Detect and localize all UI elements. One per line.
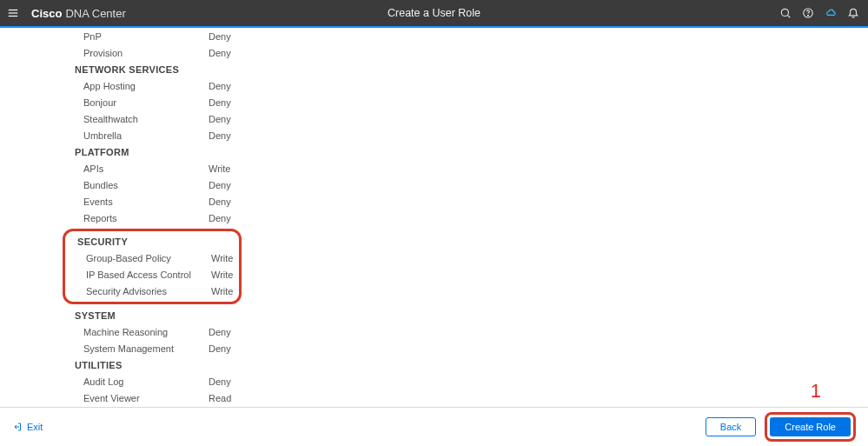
permission-row: System ManagementDeny	[0, 340, 868, 356]
cloud-icon[interactable]	[825, 7, 837, 19]
brand: Cisco DNA Center	[31, 7, 126, 20]
create-label: Create Role	[785, 422, 836, 432]
create-button-highlight: Create Role	[765, 412, 856, 442]
permission-value: Deny	[209, 114, 261, 124]
permission-row: EventsDeny	[0, 193, 868, 210]
permission-label: Bundles	[0, 180, 209, 190]
permission-row: Event ViewerRead	[0, 389, 868, 406]
brand-strong: Cisco	[31, 7, 62, 20]
permission-row: Machine ReasoningDeny	[0, 323, 868, 340]
permission-value: Write	[209, 163, 261, 174]
permission-label: Bonjour	[0, 97, 209, 108]
permission-row: BonjourDeny	[0, 94, 868, 110]
permission-row: BundlesDeny	[0, 176, 868, 193]
top-bar: Cisco DNA Center Create a User Role	[0, 0, 868, 26]
section-header: SECURITY	[65, 233, 239, 250]
section-header: UTILITIES	[0, 356, 868, 373]
permission-row: Group-Based PolicyWrite	[65, 250, 239, 266]
section-header: PLATFORM	[0, 143, 868, 160]
permission-value: Write	[211, 270, 237, 280]
permission-value: Deny	[209, 81, 261, 91]
svg-line-4	[787, 15, 790, 17]
hamburger-menu-icon[interactable]	[0, 7, 26, 19]
permission-label: Group-Based Policy	[65, 253, 211, 263]
permission-value: Deny	[209, 48, 261, 58]
bell-icon[interactable]	[847, 7, 859, 19]
permission-label: PnP	[0, 31, 209, 42]
permission-value: Deny	[209, 327, 261, 337]
security-highlight-box: SECURITYGroup-Based PolicyWriteIP Based …	[63, 229, 242, 304]
permission-row: StealthwatchDeny	[0, 110, 868, 127]
permission-label: Umbrella	[0, 130, 209, 141]
permission-value: Deny	[209, 180, 261, 190]
topbar-icons	[779, 7, 859, 19]
permission-row: Security AdvisoriesWrite	[65, 283, 239, 299]
permission-value: Write	[211, 286, 237, 296]
permission-label: Security Advisories	[65, 286, 211, 296]
annotation-number: 1	[811, 380, 821, 403]
permissions-list: PnPDenyProvisionDenyNETWORK SERVICESApp …	[0, 28, 868, 407]
create-role-button[interactable]: Create Role	[770, 417, 851, 436]
permission-label: Stealthwatch	[0, 114, 209, 124]
exit-label: Exit	[27, 422, 43, 432]
permission-label: Machine Reasoning	[0, 327, 209, 337]
permission-row: PnPDeny	[0, 28, 868, 44]
permission-label: APIs	[0, 163, 209, 174]
permission-value: Write	[211, 253, 237, 263]
section-header: NETWORK SERVICES	[0, 61, 868, 77]
permission-label: App Hosting	[0, 81, 209, 91]
permission-value: Deny	[209, 213, 261, 223]
permission-value: Deny	[209, 343, 261, 354]
permission-row: App HostingDeny	[0, 77, 868, 94]
permission-value: Deny	[209, 31, 261, 42]
permission-label: Provision	[0, 48, 209, 58]
permission-value: Read	[209, 393, 261, 403]
permission-row: Audit LogDeny	[0, 373, 868, 389]
exit-link[interactable]: Exit	[12, 422, 43, 432]
permission-value: Deny	[209, 97, 261, 108]
search-icon[interactable]	[779, 7, 792, 19]
section-header: SYSTEM	[0, 307, 868, 323]
permission-label: Audit Log	[0, 376, 209, 387]
permission-row: ReportsDeny	[0, 210, 868, 226]
permission-row: ProvisionDeny	[0, 44, 868, 61]
permission-label: System Management	[0, 343, 209, 354]
permission-value: Deny	[209, 196, 261, 207]
content-area: PnPDenyProvisionDenyNETWORK SERVICESApp …	[0, 28, 868, 407]
page-title: Create a User Role	[388, 7, 480, 19]
permission-label: IP Based Access Control	[65, 270, 211, 280]
back-button[interactable]: Back	[706, 417, 756, 436]
svg-point-3	[781, 9, 788, 16]
permission-value: Deny	[209, 376, 261, 387]
permission-label: Event Viewer	[0, 393, 209, 403]
permission-value: Deny	[209, 130, 261, 141]
permission-row: APIsWrite	[0, 160, 868, 176]
help-icon[interactable]	[802, 7, 814, 19]
brand-light: DNA Center	[65, 7, 125, 20]
permission-row: IP Based Access ControlWrite	[65, 266, 239, 283]
back-label: Back	[720, 422, 741, 432]
permission-label: Reports	[0, 213, 209, 223]
svg-point-6	[808, 15, 809, 16]
permission-row: UmbrellaDeny	[0, 127, 868, 143]
footer-bar: Exit Back Create Role	[0, 407, 868, 446]
permission-label: Events	[0, 196, 209, 207]
